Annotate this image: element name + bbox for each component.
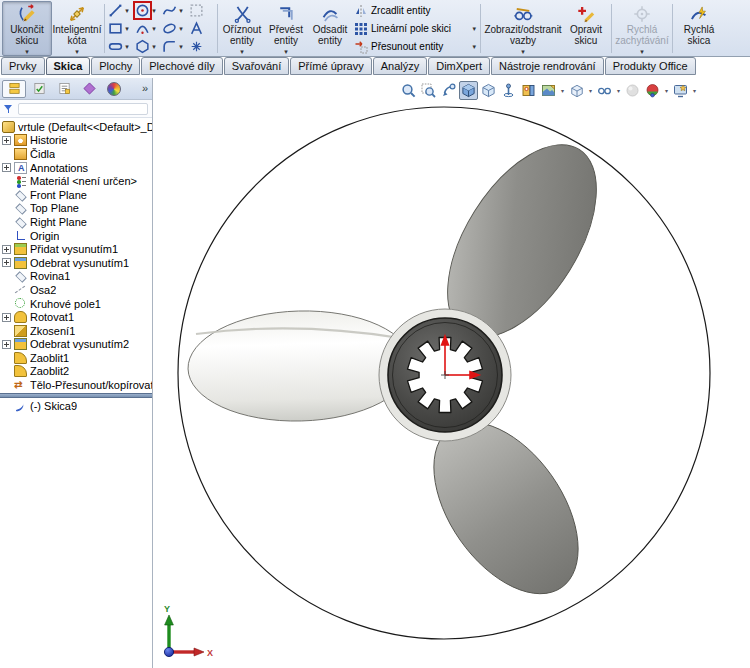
tab-propertymanager[interactable] bbox=[27, 80, 51, 98]
tree-item-telo-presunout[interactable]: Tělo-Přesunout/kopírovat1 bbox=[0, 378, 152, 392]
rectangle-dropdown[interactable] bbox=[123, 25, 131, 32]
tree-item-zaoblit2[interactable]: Zaoblit2 bbox=[0, 365, 152, 379]
slot-dropdown[interactable] bbox=[123, 43, 131, 50]
orientation-cube-menu-icon[interactable] bbox=[567, 81, 586, 100]
slot-tool-button[interactable] bbox=[107, 38, 134, 56]
tab-dimxpertmanager[interactable] bbox=[77, 80, 101, 98]
tree-item-zaoblit1[interactable]: Zaoblit1 bbox=[0, 351, 152, 365]
orientation-menu-dropdown[interactable] bbox=[587, 87, 594, 94]
trim-entities-button[interactable]: Oříznoutentity bbox=[220, 1, 264, 56]
tree-item-osa2[interactable]: Osa2 bbox=[0, 283, 152, 297]
arc-dropdown[interactable] bbox=[150, 25, 158, 32]
tab-dimxpert[interactable]: DimXpert bbox=[428, 57, 490, 75]
normal-to-pin-icon[interactable] bbox=[499, 81, 518, 100]
tab-plechove-dily[interactable]: Plechové díly bbox=[141, 57, 222, 75]
tree-item-historie[interactable]: Historie bbox=[0, 134, 152, 148]
tree-item-zkoseni1[interactable]: Zkosení1 bbox=[0, 324, 152, 338]
arc-tool-button[interactable] bbox=[134, 20, 161, 38]
fillet-tool-button[interactable] bbox=[161, 38, 188, 56]
view-settings-dropdown[interactable] bbox=[691, 87, 698, 94]
point-tool-button[interactable] bbox=[188, 38, 215, 56]
tree-item-rotovat1[interactable]: Rotovat1 bbox=[0, 310, 152, 324]
tree-item-annotations[interactable]: Annotations bbox=[0, 161, 152, 175]
rectangle-tool-button[interactable] bbox=[107, 20, 134, 38]
circle-tool-button[interactable] bbox=[134, 2, 161, 20]
circle-dropdown[interactable] bbox=[150, 7, 158, 14]
spline-tool-button[interactable] bbox=[161, 2, 188, 20]
tab-analyzy[interactable]: Analýzy bbox=[373, 57, 428, 75]
move-entities-button[interactable]: Přesunout entity bbox=[352, 38, 478, 55]
exit-sketch-dropdown[interactable] bbox=[25, 48, 29, 55]
panel-overflow-button[interactable] bbox=[142, 83, 150, 94]
expand-icon[interactable] bbox=[2, 245, 11, 254]
tab-plochy[interactable]: Plochy bbox=[91, 57, 140, 75]
tree-item-pridat-vysunutim1[interactable]: Přidat vysunutím1 bbox=[0, 242, 152, 256]
expand-icon[interactable] bbox=[2, 163, 11, 172]
tree-item-right-plane[interactable]: Right Plane bbox=[0, 215, 152, 229]
tab-nastroje-rendrovani[interactable]: Nástroje rendrování bbox=[491, 57, 604, 75]
view-orientation-icon[interactable] bbox=[459, 81, 478, 100]
zoom-to-fit-icon[interactable] bbox=[399, 81, 418, 100]
linear-pattern-dropdown[interactable] bbox=[472, 25, 476, 32]
expand-icon[interactable] bbox=[2, 340, 11, 349]
tree-item-odebrat-vysunutim2[interactable]: Odebrat vysunutím2 bbox=[0, 338, 152, 352]
exit-sketch-button[interactable]: Ukončitskicu bbox=[2, 1, 52, 56]
tab-featuremanager[interactable] bbox=[2, 80, 26, 98]
offset-entities-button[interactable]: Odsaditentity bbox=[308, 1, 352, 56]
tree-item-origin[interactable]: Origin bbox=[0, 229, 152, 243]
section-view-icon[interactable] bbox=[519, 81, 538, 100]
tab-prime-upravy[interactable]: Přímé úpravy bbox=[290, 57, 371, 75]
tab-produkty-office[interactable]: Produkty Office bbox=[605, 57, 696, 75]
tab-prvky[interactable]: Prvky bbox=[1, 57, 45, 75]
mirror-entities-button[interactable]: Zrcadlit entity bbox=[352, 2, 478, 19]
tab-skica[interactable]: Skica bbox=[46, 57, 91, 75]
tree-item-kruhove-pole1[interactable]: Kruhové pole1 bbox=[0, 297, 152, 311]
expand-icon[interactable] bbox=[2, 136, 11, 145]
render-tools-dropdown[interactable] bbox=[663, 87, 670, 94]
tab-displaymanager[interactable] bbox=[102, 80, 126, 98]
expand-icon[interactable] bbox=[2, 313, 11, 322]
tree-item-front-plane[interactable]: Front Plane bbox=[0, 188, 152, 202]
rapid-sketch-button[interactable]: Rychláskica bbox=[675, 1, 723, 56]
polygon-tool-button[interactable] bbox=[134, 38, 161, 56]
smart-dimension-button[interactable]: Inteligentníkóta bbox=[52, 1, 102, 56]
spline-dropdown[interactable] bbox=[177, 7, 185, 14]
filter-input[interactable] bbox=[18, 103, 148, 115]
line-dropdown[interactable] bbox=[123, 7, 131, 14]
apply-scene-dropdown[interactable] bbox=[559, 87, 566, 94]
view-settings-icon[interactable] bbox=[671, 81, 690, 100]
apply-scene-icon[interactable] bbox=[539, 81, 558, 100]
tree-item-material[interactable]: Materiál <není určen> bbox=[0, 174, 152, 188]
zoom-to-area-icon[interactable] bbox=[419, 81, 438, 100]
trim-dropdown[interactable] bbox=[240, 48, 244, 55]
linear-sketch-pattern-button[interactable]: Lineární pole skici bbox=[352, 20, 478, 37]
fillet-dropdown[interactable] bbox=[177, 43, 185, 50]
convert-dropdown[interactable] bbox=[284, 48, 288, 55]
convert-entities-button[interactable]: Převéstentity bbox=[264, 1, 308, 56]
previous-view-icon[interactable] bbox=[439, 81, 458, 100]
hide-show-items-icon[interactable] bbox=[595, 81, 614, 100]
ellipse-dropdown[interactable] bbox=[177, 25, 185, 32]
repair-sketch-button[interactable]: Opravitskicu bbox=[563, 1, 609, 56]
tree-item-rovina1[interactable]: Rovina1 bbox=[0, 270, 152, 284]
display-relations-dropdown[interactable] bbox=[521, 48, 525, 55]
tab-svarovani[interactable]: Svařování bbox=[224, 57, 290, 75]
render-tools-icon[interactable] bbox=[643, 81, 662, 100]
tree-item-skica9[interactable]: (-) Skica9 bbox=[0, 399, 152, 413]
sketch-text-button[interactable] bbox=[188, 20, 215, 38]
tab-configurationmanager[interactable] bbox=[52, 80, 76, 98]
expand-icon[interactable] bbox=[2, 258, 11, 267]
tree-item-cidla[interactable]: Čidla bbox=[0, 147, 152, 161]
rollback-bar[interactable] bbox=[0, 393, 152, 398]
hide-show-items-dropdown[interactable] bbox=[615, 87, 622, 94]
line-tool-button[interactable] bbox=[107, 2, 134, 20]
tree-item-odebrat-vysunutim1[interactable]: Odebrat vysunutím1 bbox=[0, 256, 152, 270]
tree-item-top-plane[interactable]: Top Plane bbox=[0, 202, 152, 216]
ellipse-tool-button[interactable] bbox=[161, 20, 188, 38]
move-entities-dropdown[interactable] bbox=[472, 43, 476, 50]
display-delete-relations-button[interactable]: Zobrazit/odstranitvazby bbox=[483, 1, 563, 56]
display-style-icon[interactable] bbox=[479, 81, 498, 100]
tree-root-part[interactable]: vrtule (Default<<Default>_Disp bbox=[0, 120, 152, 134]
polygon-dropdown[interactable] bbox=[150, 43, 158, 50]
smart-dimension-dropdown[interactable] bbox=[75, 48, 79, 55]
